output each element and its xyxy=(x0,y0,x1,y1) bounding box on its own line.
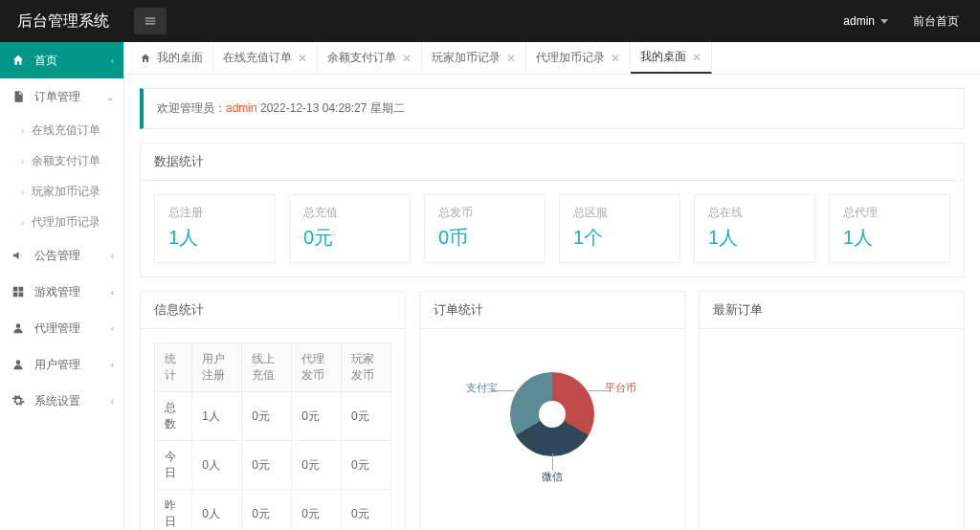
chevron-left-icon: ‹ xyxy=(111,55,114,66)
chevron-right-icon: › xyxy=(21,125,24,136)
sidebar-item-0[interactable]: 首页‹ xyxy=(0,42,123,78)
tab-3[interactable]: 玩家加币记录✕ xyxy=(422,42,526,74)
user-icon xyxy=(11,321,25,335)
tab-1[interactable]: 在线充值订单✕ xyxy=(213,42,318,74)
stat-card-1: 总充值0元 xyxy=(289,194,411,263)
table-cell: 0元 xyxy=(342,490,391,531)
stat-label: 总在线 xyxy=(708,205,801,221)
stat-value: 0元 xyxy=(303,225,396,251)
user-name: admin xyxy=(843,14,875,28)
latest-orders-body xyxy=(700,329,964,473)
table-cell: 今日 xyxy=(155,441,192,490)
stat-value: 1人 xyxy=(168,225,261,251)
stat-label: 总区服 xyxy=(573,205,666,221)
table-cell: 0元 xyxy=(292,392,342,441)
stat-label: 总注册 xyxy=(168,205,261,221)
tab-label: 玩家加币记录 xyxy=(432,50,501,66)
topbar: 后台管理系统 admin 前台首页 xyxy=(0,0,980,42)
data-stats-title: 数据统计 xyxy=(141,144,964,181)
tab-label: 余额支付订单 xyxy=(327,50,396,66)
sidebar-item-5[interactable]: 用户管理‹ xyxy=(0,346,123,383)
stat-label: 总代理 xyxy=(843,205,936,221)
sidebar-item-label: 订单管理 xyxy=(34,89,80,105)
sidebar-item-6[interactable]: 系统设置‹ xyxy=(0,383,123,419)
sidebar-item-2[interactable]: 公告管理‹ xyxy=(0,237,123,274)
stat-cards-row: 总注册1人总充值0元总发币0币总区服1个总在线1人总代理1人 xyxy=(154,194,950,263)
home-icon xyxy=(140,53,151,64)
doc-icon xyxy=(11,90,25,103)
gear-icon xyxy=(11,394,25,408)
grid-icon xyxy=(11,285,25,298)
table-header-cell: 用户注册 xyxy=(192,343,242,392)
hamburger-icon xyxy=(144,14,157,28)
close-icon[interactable]: ✕ xyxy=(402,52,412,65)
pie-label-wechat: 微信 xyxy=(542,470,563,484)
table-header-cell: 玩家发币 xyxy=(342,343,391,392)
sidebar-item-label: 游戏管理 xyxy=(34,284,80,300)
sidebar-item-label: 首页 xyxy=(34,53,57,69)
close-icon[interactable]: ✕ xyxy=(692,51,702,64)
table-cell: 0元 xyxy=(242,490,292,531)
close-icon[interactable]: ✕ xyxy=(611,52,620,65)
tab-4[interactable]: 代理加币记录✕ xyxy=(526,42,631,74)
table-header-cell: 线上充值 xyxy=(242,343,292,392)
table-row: 今日0人0元0元0元 xyxy=(155,441,391,490)
chevron-down-icon: ⌄ xyxy=(106,92,114,102)
stat-label: 总发币 xyxy=(438,205,531,221)
sidebar-toggle-button[interactable] xyxy=(134,8,167,34)
front-site-link[interactable]: 前台首页 xyxy=(913,13,959,30)
tab-label: 代理加币记录 xyxy=(536,50,605,66)
sidebar-subitem-1-1[interactable]: ›余额支付订单 xyxy=(0,145,123,176)
close-icon[interactable]: ✕ xyxy=(298,52,307,65)
stat-label: 总充值 xyxy=(303,205,396,221)
sidebar-item-1[interactable]: 订单管理⌄ xyxy=(0,78,123,115)
order-pie-chart: 支付宝 平台币 微信 xyxy=(434,342,671,486)
tab-label: 我的桌面 xyxy=(157,50,203,66)
sidebar-item-3[interactable]: 游戏管理‹ xyxy=(0,274,123,310)
latest-orders-title: 最新订单 xyxy=(700,292,964,329)
welcome-prefix: 欢迎管理员： xyxy=(157,101,226,115)
tab-label: 我的桌面 xyxy=(640,49,686,65)
info-stats-title: 信息统计 xyxy=(141,292,405,329)
stat-value: 0币 xyxy=(438,225,531,251)
table-row: 总数1人0元0元0元 xyxy=(155,392,391,441)
welcome-datetime: 2022-12-13 04:28:27 星期二 xyxy=(257,101,405,115)
sidebar-subitem-1-0[interactable]: ›在线充值订单 xyxy=(0,115,123,145)
brand-title: 后台管理系统 xyxy=(0,11,124,32)
close-icon[interactable]: ✕ xyxy=(506,52,516,65)
pie-icon xyxy=(510,372,594,456)
table-cell: 1人 xyxy=(192,392,242,441)
chevron-left-icon: ‹ xyxy=(111,287,114,298)
chevron-left-icon: ‹ xyxy=(111,360,114,370)
table-cell: 0元 xyxy=(342,441,391,490)
sidebar-subitem-label: 余额支付订单 xyxy=(32,153,100,169)
table-row: 昨日0人0元0元0元 xyxy=(155,490,391,531)
tab-2[interactable]: 余额支付订单✕ xyxy=(318,42,422,74)
table-cell: 0人 xyxy=(192,441,242,490)
welcome-banner: 欢迎管理员：admin 2022-12-13 04:28:27 星期二 xyxy=(140,88,965,129)
table-header-cell: 统计 xyxy=(155,343,192,392)
chevron-left-icon: ‹ xyxy=(111,251,114,261)
user-dropdown[interactable]: admin xyxy=(843,14,888,28)
tab-5[interactable]: 我的桌面✕ xyxy=(631,42,712,74)
sidebar-subitem-1-3[interactable]: ›代理加币记录 xyxy=(0,207,123,237)
stat-card-4: 总在线1人 xyxy=(694,194,815,263)
main-area: 我的桌面在线充值订单✕余额支付订单✕玩家加币记录✕代理加币记录✕我的桌面✕ 欢迎… xyxy=(124,42,980,530)
chevron-left-icon: ‹ xyxy=(111,396,114,407)
tab-0[interactable]: 我的桌面 xyxy=(130,42,213,74)
order-stats-panel: 订单统计 支付宝 平台币 微信 xyxy=(419,291,685,530)
stat-card-3: 总区服1个 xyxy=(559,194,680,263)
sidebar-item-4[interactable]: 代理管理‹ xyxy=(0,310,123,346)
sidebar-subitem-1-2[interactable]: ›玩家加币记录 xyxy=(0,176,123,207)
info-stats-table: 统计用户注册线上充值代理发币玩家发币总数1人0元0元0元今日0人0元0元0元昨日… xyxy=(154,342,391,530)
chevron-right-icon: › xyxy=(21,187,24,197)
tab-label: 在线充值订单 xyxy=(223,50,292,66)
caret-down-icon xyxy=(880,19,888,24)
data-stats-panel: 数据统计 总注册1人总充值0元总发币0币总区服1个总在线1人总代理1人 xyxy=(140,143,965,277)
stat-value: 1人 xyxy=(708,225,801,251)
table-cell: 总数 xyxy=(155,392,192,441)
stat-value: 1个 xyxy=(573,225,666,251)
table-cell: 昨日 xyxy=(155,490,192,531)
horn-icon xyxy=(11,249,25,262)
home-icon xyxy=(11,54,25,67)
